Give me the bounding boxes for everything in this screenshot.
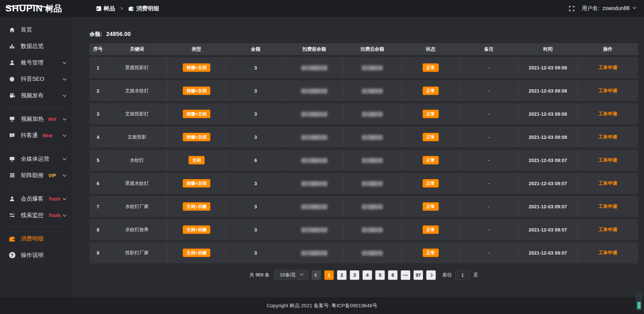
sidebar-item-douyin-seo[interactable]: 抖音SEO [0,71,72,87]
user-menu[interactable]: 用户名: zswodun88 [582,5,635,12]
cell-action: 工单申请 [578,173,638,194]
ticket-apply-link[interactable]: 工单申请 [598,157,617,163]
sidebar-item-instructions[interactable]: ? 操作说明 [0,247,72,263]
main-content: 余额: 24856.00 序号 关键词 类型 金额 扣费前余额 扣费后余额 状态… [72,17,644,297]
cell-balance-after [343,103,402,124]
cell-seq: 9 [90,242,107,263]
sidebar-item-label: 视频发布 [21,92,44,99]
redacted-value [362,204,383,209]
sidebar-item-video-heat[interactable]: 视频加热 Hot [0,111,72,127]
cell-amount: 3 [226,173,285,194]
chevron-down-icon [633,5,636,9]
prev-page-button[interactable] [312,270,321,280]
cell-balance-after [343,126,402,148]
more-pages-button[interactable]: ••• [401,270,410,280]
goto-page-input[interactable] [455,270,470,280]
cell-type: 主词 [167,150,226,171]
sidebar-item-omni-media[interactable]: 全媒体运营 [0,151,72,167]
chat-bubble-icon [9,133,15,139]
redacted-value [301,65,327,70]
cell-remark: - [460,219,518,240]
page-button-97[interactable]: 97 [414,270,423,280]
col-type: 类型 [167,43,226,55]
chevron-down-icon [63,133,66,137]
cell-remark: - [460,103,518,124]
cell-action: 工单申请 [578,126,638,148]
page-button-5[interactable]: 5 [375,270,385,280]
cell-balance-before [286,242,343,263]
redacted-value [362,65,383,70]
next-page-button[interactable] [426,270,436,280]
cell-balance-before [286,126,343,148]
cell-keyword: 文旅投影 [107,126,167,148]
ticket-apply-link[interactable]: 工单申请 [598,88,617,93]
cell-balance-after [343,57,402,78]
sidebar-item-label: 数据总览 [21,42,44,50]
app-logo: SHUPIN 树品 [0,4,72,13]
gear-icon [9,76,15,82]
col-keyword: 关键词 [107,43,167,55]
breadcrumb-separator: > [120,6,123,11]
breadcrumb-home[interactable]: 树品 [96,5,115,12]
redacted-value [362,135,383,140]
floating-widget[interactable] [636,293,642,311]
cell-remark: - [460,126,518,148]
sidebar-item-matrix-boost[interactable]: 矩阵助推 VIP [0,167,72,184]
table-header-row: 序号 关键词 类型 金额 扣费前余额 扣费后余额 状态 备注 时间 操作 [90,43,638,55]
cell-status: 正常 [402,150,460,171]
wallet-icon [128,6,134,11]
ticket-apply-link[interactable]: 工单申请 [598,134,617,140]
pagination: 共 969 条 10条/页 1 2 3 4 5 6 ••• 97 前往 页 [90,270,638,280]
sidebar-item-clue-monitor[interactable]: 线索监控 Tools [0,207,72,223]
cell-time: 2021-12-03 09:07 [518,196,578,217]
cell-balance-before [286,103,343,124]
cell-remark: - [460,150,518,171]
sidebar-item-consumption-detail[interactable]: 消费明细 [0,230,72,247]
ticket-apply-link[interactable]: 工单申请 [598,227,617,232]
sidebar-item-member-leads[interactable]: 会员爆客 Tools [0,191,72,207]
page-button-2[interactable]: 2 [337,270,346,280]
page-button-4[interactable]: 4 [363,270,372,280]
cell-balance-after [343,173,402,194]
sidebar-item-home[interactable]: 首页 [0,21,72,38]
sidebar-item-label: 视频加热 [21,115,44,123]
ticket-apply-link[interactable]: 工单申请 [598,180,617,186]
page-size-select[interactable]: 10条/页 [274,270,308,280]
cell-status: 正常 [402,103,460,124]
ticket-apply-link[interactable]: 工单申请 [598,250,617,255]
goto-suffix: 页 [473,272,478,278]
cell-status: 正常 [402,219,460,240]
cell-action: 工单申请 [578,242,638,263]
chevron-down-icon [63,173,66,176]
page-button-3[interactable]: 3 [350,270,359,280]
ticket-apply-link[interactable]: 工单申请 [598,65,617,70]
cell-balance-before [286,173,343,194]
cell-balance-after [343,80,402,101]
ticket-apply-link[interactable]: 工单申请 [598,204,617,209]
new-tag: New [43,133,52,138]
sidebar-item-video-publish[interactable]: 视频发布 [0,87,72,104]
page-button-1[interactable]: 1 [324,270,334,280]
cell-time: 2021-12-03 09:07 [518,219,578,240]
cell-time: 2021-12-03 09:08 [518,103,578,124]
cell-status: 正常 [402,196,460,217]
ticket-apply-link[interactable]: 工单申请 [598,111,617,116]
sidebar-item-douketong[interactable]: 抖客通 New [0,127,72,144]
sidebar-item-account-mgmt[interactable]: 账号管理 [0,54,72,71]
col-amount: 金额 [226,43,285,55]
cell-type: 前缀+主词 [167,126,226,148]
breadcrumb-label: 树品 [104,5,115,12]
cell-seq: 2 [90,80,107,101]
sidebar-item-data-overview[interactable]: 数据总览 [0,38,72,54]
breadcrumb-current[interactable]: 消费明细 [128,5,159,12]
chevron-down-icon [63,196,66,200]
chevron-down-icon [63,213,66,216]
fullscreen-icon[interactable] [569,6,575,11]
copyright-text: Copyright 树品 2021 备案号: 粤ICP备09019646号 [267,303,377,309]
goto-label: 前往 [442,272,452,278]
status-badge: 正常 [423,110,439,118]
page-button-6[interactable]: 6 [388,270,397,280]
cell-seq: 7 [90,196,107,217]
cell-type: 主词+后缀 [167,196,226,217]
cell-amount: 3 [226,103,285,124]
